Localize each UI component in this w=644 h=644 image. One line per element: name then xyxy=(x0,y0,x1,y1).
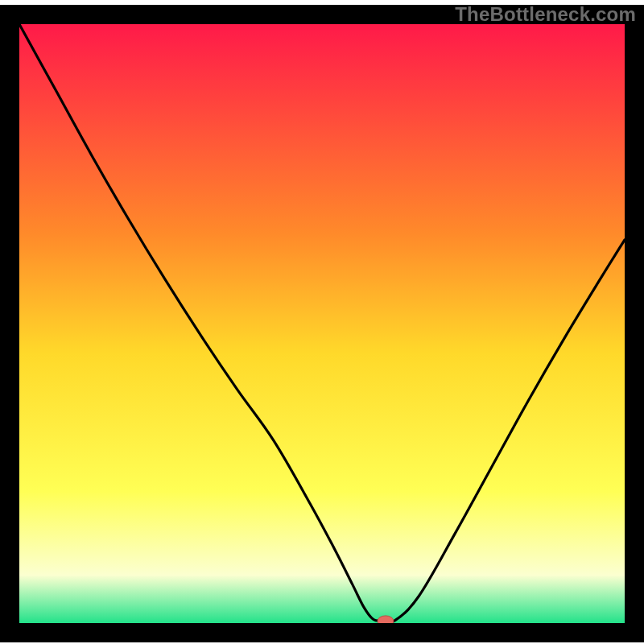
bottleneck-chart xyxy=(0,0,644,644)
chart-frame: TheBottleneck.com xyxy=(0,0,644,644)
watermark-text: TheBottleneck.com xyxy=(455,3,636,26)
plot-background xyxy=(19,24,625,623)
